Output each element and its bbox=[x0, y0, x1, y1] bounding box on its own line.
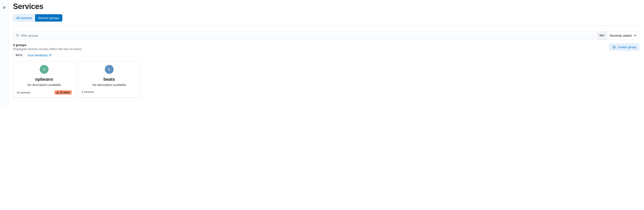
svg-point-2 bbox=[58, 93, 58, 93]
filter-input[interactable] bbox=[21, 34, 592, 37]
card-footer: 10 services 13 alerts bbox=[16, 90, 72, 95]
filter-input-wrap[interactable] bbox=[13, 31, 594, 40]
feedback-link-text: Give feedback bbox=[28, 53, 48, 57]
sort-label: Sort bbox=[597, 31, 607, 40]
service-count: 10 services bbox=[16, 91, 30, 94]
page-title: Services bbox=[13, 2, 640, 11]
sort-value-text: Recently added bbox=[610, 34, 632, 37]
filter-row: Sort Recently added bbox=[13, 31, 640, 40]
create-group-label: Create group bbox=[618, 45, 636, 49]
create-group-button[interactable]: Create group bbox=[609, 43, 640, 51]
service-count: 5 services bbox=[82, 90, 94, 94]
info-text: 2 groups Displayed service counts reflec… bbox=[13, 43, 82, 51]
tab-all-services[interactable]: All services bbox=[13, 14, 35, 22]
info-row: 2 groups Displayed service counts reflec… bbox=[13, 43, 640, 51]
count-hint: Displayed service counts reflect the las… bbox=[13, 47, 82, 51]
group-description: No description available bbox=[92, 83, 126, 87]
sidebar-collapsed bbox=[0, 0, 8, 107]
group-name: beats bbox=[104, 77, 115, 82]
main-content: Services All services Service groups Sor… bbox=[8, 0, 644, 107]
sort-dropdown[interactable]: Recently added bbox=[607, 31, 639, 40]
search-icon bbox=[16, 34, 19, 37]
expand-sidebar-icon[interactable] bbox=[2, 6, 6, 9]
group-name: opbeans bbox=[35, 77, 53, 82]
group-card-beats[interactable]: b beats No description available 5 servi… bbox=[78, 61, 140, 98]
tab-service-groups[interactable]: Service groups bbox=[35, 14, 62, 22]
chevron-down-icon bbox=[634, 34, 637, 37]
alert-badge: 13 alerts bbox=[54, 90, 72, 95]
plus-circle-icon bbox=[612, 45, 616, 49]
view-tabs: All services Service groups bbox=[13, 14, 62, 22]
card-footer: 5 services bbox=[82, 90, 137, 94]
give-feedback-link[interactable]: Give feedback bbox=[28, 53, 52, 57]
group-card-opbeans[interactable]: o opbeans No description available 10 se… bbox=[13, 61, 75, 98]
beta-badge: BETA bbox=[13, 53, 25, 57]
avatar: b bbox=[105, 65, 114, 74]
avatar: o bbox=[40, 65, 48, 74]
svg-point-0 bbox=[16, 34, 18, 36]
external-link-icon bbox=[49, 54, 52, 56]
group-cards: o opbeans No description available 10 se… bbox=[13, 61, 640, 98]
group-description: No description available bbox=[27, 83, 61, 87]
group-count: 2 groups bbox=[13, 43, 82, 47]
divider bbox=[13, 26, 640, 26]
alert-text: 13 alerts bbox=[60, 91, 70, 94]
warning-icon bbox=[56, 91, 59, 94]
feedback-row: BETA Give feedback bbox=[13, 53, 640, 57]
sort-control: Sort Recently added bbox=[597, 31, 640, 40]
